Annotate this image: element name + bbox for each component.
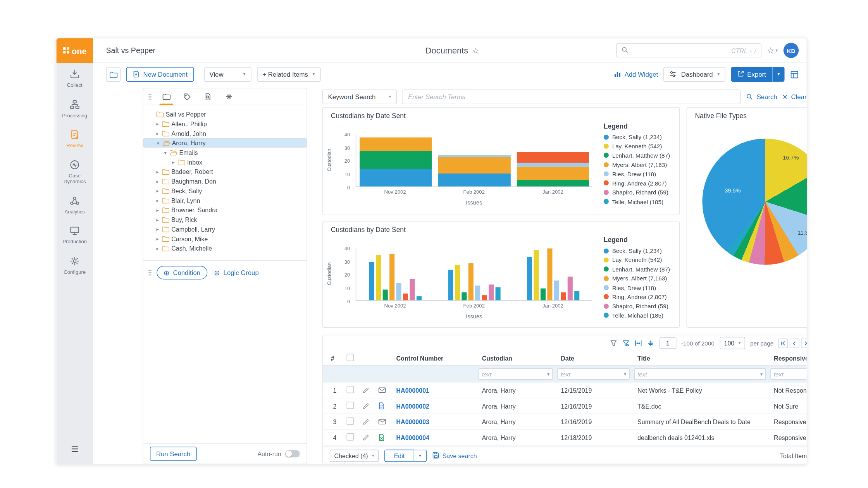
global-search-input[interactable]	[632, 47, 756, 53]
sidebar-item-case-dynamics[interactable]: Case Dynamics	[56, 153, 93, 189]
bar[interactable]	[376, 255, 381, 300]
control-number-link[interactable]: HA0000001	[392, 387, 477, 393]
export-button[interactable]: Export	[731, 67, 772, 82]
bar[interactable]	[403, 294, 408, 300]
caret-right-icon[interactable]: ▸	[155, 121, 160, 127]
add-logic-group-button[interactable]: ⊕Logic Group	[212, 266, 261, 280]
drag-handle-icon[interactable]	[148, 269, 152, 277]
tree-item[interactable]: ▸Carson, Mike	[143, 234, 307, 244]
prev-page-button[interactable]	[790, 338, 799, 348]
bar[interactable]	[417, 296, 422, 300]
next-page-button[interactable]	[801, 338, 807, 348]
run-search-button[interactable]: Run Search	[150, 447, 196, 461]
column-header-num[interactable]: #	[323, 355, 342, 361]
chevron-down-icon[interactable]: ▾	[624, 371, 626, 376]
tree-item[interactable]: Salt vs Pepper	[143, 109, 307, 119]
bar[interactable]	[468, 263, 474, 301]
bar[interactable]	[455, 265, 460, 300]
view-select[interactable]: View▾	[204, 67, 251, 82]
tree-item[interactable]: ▸Badeer, Robert	[143, 167, 307, 177]
clear-button[interactable]: ✕ Clear	[782, 93, 807, 101]
tree-item[interactable]: ▸Blair, Lynn	[143, 196, 307, 205]
column-header[interactable]: Control Number	[392, 355, 477, 361]
filter-input[interactable]	[774, 371, 806, 377]
edit-pencil-icon[interactable]	[362, 418, 374, 425]
save-search-button[interactable]: Save search	[432, 452, 477, 459]
global-search-box[interactable]	[616, 43, 761, 57]
search-button[interactable]: Search	[746, 93, 777, 101]
column-header[interactable]: Custodian	[477, 355, 556, 361]
stacked-bar[interactable]	[438, 155, 511, 186]
folder-button[interactable]	[106, 67, 121, 82]
new-document-button[interactable]: New Document	[126, 67, 194, 82]
favorite-star-icon[interactable]: ☆	[472, 46, 479, 55]
tree-item[interactable]: ▸Brawner, Sandra	[143, 205, 307, 215]
caret-right-icon[interactable]: ▸	[155, 226, 160, 232]
tree-item[interactable]: ▸Campbell, Larry	[143, 224, 307, 234]
edit-dropdown[interactable]: ▾	[414, 449, 427, 462]
bar[interactable]	[554, 280, 559, 300]
clear-filter-icon[interactable]	[622, 339, 629, 347]
column-header[interactable]: Date	[556, 355, 633, 361]
stacked-bar[interactable]	[359, 137, 432, 187]
bar[interactable]	[448, 270, 453, 301]
caret-down-icon[interactable]: ▾	[155, 140, 160, 146]
caret-right-icon[interactable]: ▸	[155, 188, 160, 194]
bar[interactable]	[390, 254, 395, 301]
user-avatar[interactable]: KD	[784, 43, 799, 58]
select-all-checkbox[interactable]	[347, 354, 354, 361]
row-checkbox[interactable]	[347, 433, 354, 441]
dashboard-select[interactable]: Dashboard ▾	[664, 67, 725, 82]
control-number-link[interactable]: HA0000004	[392, 434, 477, 441]
edit-pencil-icon[interactable]	[362, 434, 374, 441]
filter-input-box[interactable]: ▾	[479, 368, 553, 380]
edit-button[interactable]: Edit	[384, 449, 414, 462]
caret-right-icon[interactable]: ▸	[155, 178, 160, 184]
favorites-menu[interactable]: ☆▾	[767, 45, 778, 55]
tab-folders[interactable]	[160, 88, 173, 105]
export-dropdown[interactable]: ▾	[772, 67, 785, 82]
filter-input-box[interactable]: ▾	[770, 368, 806, 380]
sidebar-item-review[interactable]: Review	[56, 124, 93, 154]
bar[interactable]	[489, 284, 494, 300]
sidebar-menu-icon[interactable]: ☰	[56, 444, 93, 464]
bar[interactable]	[410, 279, 415, 301]
bar[interactable]	[462, 292, 467, 301]
caret-right-icon[interactable]: ▸	[155, 217, 160, 222]
filter-input[interactable]	[482, 371, 548, 377]
search-terms-input[interactable]	[402, 89, 741, 104]
row-height-icon[interactable]	[647, 339, 654, 347]
add-widget-button[interactable]: Add Widget	[614, 70, 658, 79]
add-condition-button[interactable]: ⊕Condition	[157, 266, 207, 280]
table-row[interactable]: 1HA0000001Arora, Harry12/15/2019Net Work…	[323, 383, 806, 399]
table-row[interactable]: 4HA0000004Arora, Harry12/18/2019dealbenc…	[323, 430, 806, 445]
caret-right-icon[interactable]: ▸	[155, 169, 160, 175]
edit-pencil-icon[interactable]	[362, 387, 374, 393]
page-input[interactable]	[659, 337, 676, 349]
table-row[interactable]: 3HA0000003Arora, Harry12/16/2019Summary …	[323, 414, 806, 430]
search-mode-select[interactable]: Keyword Search▾	[322, 89, 397, 104]
edit-pencil-icon[interactable]	[362, 402, 374, 409]
fit-columns-icon[interactable]	[634, 339, 642, 347]
tree-item[interactable]: ▸Baughman, Don	[143, 176, 307, 186]
layout-grid-icon[interactable]	[790, 70, 799, 79]
bar[interactable]	[527, 257, 532, 301]
control-number-link[interactable]: HA0000002	[392, 402, 477, 409]
caret-right-icon[interactable]: ▸	[155, 245, 160, 251]
caret-right-icon[interactable]: ▸	[155, 131, 160, 136]
row-checkbox[interactable]	[347, 386, 354, 393]
filter-input[interactable]	[637, 371, 760, 377]
stacked-bar[interactable]	[517, 152, 589, 186]
tree-item[interactable]: ▸Arnold, John	[143, 129, 307, 138]
filter-input[interactable]	[561, 371, 624, 377]
tree-item[interactable]: ▸Beck, Sally	[143, 186, 307, 196]
table-row[interactable]: 2HA0000002Arora, Harry12/16/2019T&E.docN…	[323, 398, 806, 414]
sidebar-item-processing[interactable]: Processing	[56, 93, 93, 124]
bar[interactable]	[567, 277, 572, 301]
tab-search-docs[interactable]	[201, 88, 215, 105]
tree-item[interactable]: ▸Inbox	[143, 157, 307, 167]
tree-item[interactable]: ▸Allen,. Phillip	[143, 119, 307, 129]
bar[interactable]	[496, 287, 501, 300]
control-number-link[interactable]: HA0000003	[392, 418, 477, 425]
tree-item[interactable]: ▸Cash, Michelle	[143, 243, 307, 253]
